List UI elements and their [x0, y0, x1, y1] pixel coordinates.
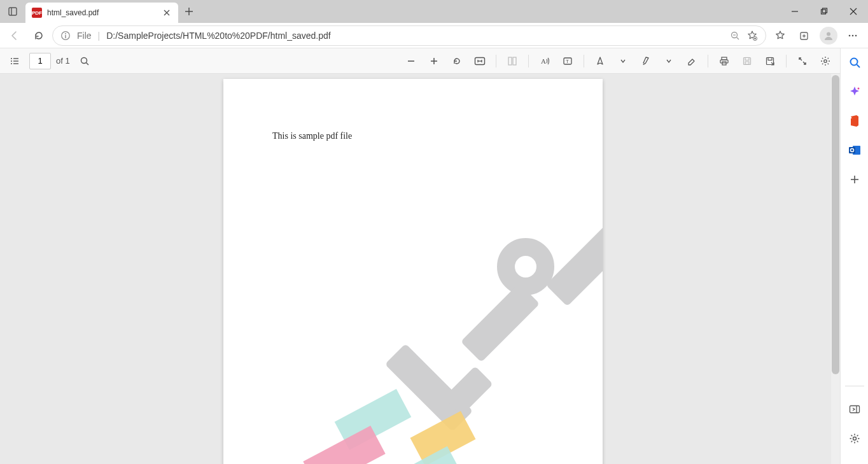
scrollbar-thumb[interactable] — [832, 75, 839, 374]
sidebar-office-button[interactable] — [846, 112, 864, 130]
draw-dropdown[interactable] — [613, 52, 633, 71]
app-menu-button[interactable] — [841, 25, 864, 46]
favorites-button[interactable] — [769, 25, 792, 46]
content-column: of 1 A T — [0, 48, 840, 464]
close-icon — [164, 10, 170, 16]
minus-icon — [406, 56, 416, 66]
separator — [708, 55, 708, 67]
collections-button[interactable] — [793, 25, 816, 46]
office-icon — [849, 115, 860, 127]
browser-tab[interactable]: PDF html_saved.pdf — [25, 3, 178, 23]
favorite-button[interactable] — [746, 30, 758, 41]
svg-rect-7 — [822, 10, 826, 14]
url-path: D:/SampleProjects/HTML%20to%20PDF/html_s… — [106, 31, 724, 41]
print-button[interactable] — [715, 52, 734, 71]
pen-icon — [595, 56, 605, 66]
sidebar-add-button[interactable] — [846, 171, 864, 188]
separator — [528, 55, 529, 67]
main-row: of 1 A T — [0, 48, 868, 464]
scrollbar-track[interactable] — [831, 74, 840, 464]
highlight-dropdown[interactable] — [659, 52, 678, 71]
url-scheme: File — [77, 31, 92, 41]
star-add-icon — [746, 30, 758, 41]
separator — [786, 55, 787, 67]
maximize-icon — [820, 8, 828, 15]
zoom-reset-button[interactable] — [730, 31, 740, 41]
plus-icon — [185, 7, 193, 16]
add-text-button[interactable]: T — [558, 52, 577, 71]
site-info-icon[interactable] — [60, 31, 71, 41]
window-close-button[interactable] — [839, 0, 868, 23]
sidebar-collapse-button[interactable] — [846, 400, 864, 418]
sidebar-settings-button[interactable] — [846, 430, 864, 447]
profile-button[interactable] — [817, 25, 840, 46]
document-text: This is sample pdf file — [272, 131, 352, 141]
edge-sidebar — [840, 48, 868, 464]
outlook-icon — [848, 144, 861, 156]
svg-rect-48 — [744, 57, 751, 64]
chevron-down-icon — [666, 58, 672, 64]
plus-icon — [850, 174, 860, 185]
zoom-out-button[interactable] — [402, 52, 421, 71]
svg-point-56 — [850, 59, 857, 66]
fit-page-button[interactable] — [470, 52, 489, 71]
fit-page-icon — [474, 57, 486, 66]
svg-text:A: A — [541, 57, 546, 65]
tab-actions-button[interactable] — [0, 0, 25, 23]
close-tab-button[interactable] — [162, 8, 172, 18]
svg-text:T: T — [566, 59, 569, 64]
minimize-button[interactable] — [780, 0, 809, 23]
titlebar: PDF html_saved.pdf — [0, 0, 868, 23]
draw-button[interactable] — [591, 52, 610, 71]
page-number-input[interactable] — [29, 53, 51, 69]
refresh-icon — [33, 30, 45, 41]
page-total-label: of 1 — [56, 56, 70, 66]
pdf-settings-button[interactable] — [816, 52, 835, 71]
gear-icon — [849, 433, 860, 444]
rotate-button[interactable] — [447, 52, 466, 71]
svg-rect-60 — [849, 147, 855, 153]
svg-line-57 — [857, 65, 860, 68]
highlight-button[interactable] — [636, 52, 655, 71]
zoom-in-button[interactable] — [424, 52, 444, 71]
contents-button[interactable] — [5, 52, 24, 71]
svg-point-24 — [849, 34, 851, 36]
svg-rect-8 — [823, 8, 827, 13]
zoom-lens-icon — [730, 31, 740, 41]
page-view-icon — [507, 56, 517, 66]
svg-rect-0 — [9, 8, 17, 15]
pdf-toolbar-left: of 1 — [5, 52, 94, 71]
new-tab-button[interactable] — [178, 0, 200, 23]
pdf-viewer[interactable]: This is sample pdf file — [0, 74, 840, 464]
erase-button[interactable] — [682, 52, 701, 71]
separator — [584, 55, 584, 67]
sparkle-icon — [848, 85, 861, 98]
fullscreen-button[interactable] — [793, 52, 812, 71]
svg-point-29 — [11, 60, 12, 62]
refresh-button[interactable] — [28, 25, 50, 46]
svg-point-26 — [855, 34, 857, 36]
sidebar-copilot-button[interactable] — [846, 83, 864, 101]
back-button[interactable] — [4, 25, 25, 46]
omnibox[interactable]: File | D:/SampleProjects/HTML%20to%20PDF… — [52, 25, 766, 46]
separator — [496, 55, 496, 67]
svg-rect-49 — [745, 57, 749, 60]
save-as-button[interactable] — [760, 52, 780, 71]
watermark-shape — [461, 283, 540, 362]
svg-point-33 — [81, 57, 87, 63]
sidebar-search-button[interactable] — [846, 53, 864, 71]
find-button[interactable] — [75, 52, 94, 71]
svg-point-55 — [824, 59, 827, 62]
read-aloud-button[interactable]: A — [535, 52, 554, 71]
save-button[interactable] — [738, 52, 757, 71]
address-bar: File | D:/SampleProjects/HTML%20to%20PDF… — [0, 23, 868, 48]
page-view-button[interactable] — [503, 52, 522, 71]
panel-collapse-icon — [849, 405, 860, 414]
maximize-button[interactable] — [809, 0, 839, 23]
sidebar-outlook-button[interactable] — [846, 141, 864, 159]
url-separator: | — [98, 31, 101, 41]
print-icon — [719, 56, 729, 66]
svg-rect-52 — [768, 57, 772, 60]
collections-icon — [799, 30, 810, 41]
window-controls — [780, 0, 868, 23]
